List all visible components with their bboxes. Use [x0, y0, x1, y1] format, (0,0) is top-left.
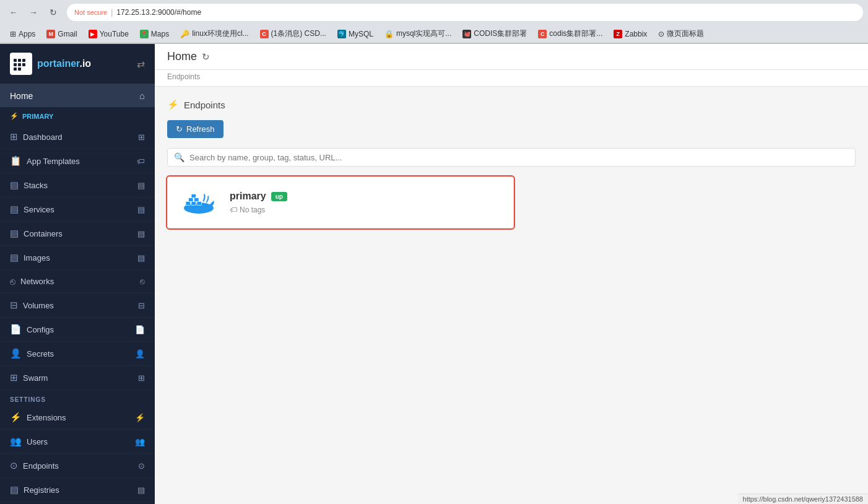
bookmark-label: codis集群部署...	[549, 28, 602, 39]
reload-button[interactable]: ↻	[45, 4, 62, 21]
app-container: portainer.io ⇄ Home ⌂ ⚡ PRIMARY ⊞ Dashbo…	[0, 44, 868, 504]
sidebar-item-volumes[interactable]: ⊟ Volumes ⊟	[0, 293, 155, 318]
secrets-right-icon: 👤	[135, 349, 145, 358]
address-bar[interactable]: Not secure | 172.25.13.2:9000/#/home	[67, 4, 863, 21]
nav-buttons: ← → ↻	[5, 4, 62, 21]
secrets-icon: 👤	[10, 348, 22, 359]
bookmark-zabbix[interactable]: Z Zabbix	[609, 28, 652, 40]
bookmark-label: Maps	[151, 30, 169, 38]
content-area: ⚡ Endpoints ↻ Refresh 🔍	[155, 87, 868, 504]
sidebar-logo: portainer.io ⇄	[0, 44, 155, 84]
sidebar-item-images[interactable]: ▤ Images ▤	[0, 246, 155, 270]
tag-icon: 🏷	[230, 206, 237, 214]
logo-text: portainer.io	[37, 58, 91, 69]
app-templates-right-icon: 🏷	[137, 157, 145, 166]
search-icon: 🔍	[174, 152, 184, 162]
sidebar-item-dashboard[interactable]: ⊞ Dashboard ⊞	[0, 125, 155, 149]
bookmarks-bar: ⊞ Apps M Gmail ▶ YouTube 📍 Maps 🔑 linux环…	[0, 25, 868, 43]
sidebar-item-secrets[interactable]: 👤 Secrets 👤	[0, 342, 155, 366]
svg-rect-4	[18, 63, 21, 66]
sidebar-item-app-templates[interactable]: 📋 App Templates 🏷	[0, 149, 155, 173]
transfer-icon[interactable]: ⇄	[137, 58, 145, 70]
sidebar-item-label: Dashboard	[23, 133, 63, 142]
bookmark-gmail[interactable]: M Gmail	[41, 28, 82, 40]
configs-icon: 📄	[10, 324, 22, 335]
sidebar-item-label: Registries	[24, 485, 59, 495]
extensions-icon: ⚡	[10, 412, 22, 423]
no-tags: 🏷 No tags	[230, 206, 287, 214]
up-badge: up	[271, 192, 287, 201]
bookmark-weipage[interactable]: ⊙ 微页面标题	[653, 27, 709, 40]
bookmark-youtube[interactable]: ▶ YouTube	[84, 28, 134, 40]
svg-rect-14	[191, 194, 196, 198]
security-warning: Not secure	[74, 9, 107, 16]
address-separator: |	[111, 8, 113, 17]
browser-chrome: ← → ↻ Not secure | 172.25.13.2:9000/#/ho…	[0, 0, 868, 44]
configs-right-icon: 📄	[135, 325, 145, 334]
registries-icon: ▤	[10, 484, 19, 495]
sidebar-item-swarm[interactable]: ⊞ Swarm ⊞	[0, 366, 155, 390]
bookmark-codis2[interactable]: C codis集群部署...	[533, 27, 607, 40]
endpoint-info: primary up 🏷 No tags	[230, 191, 287, 214]
main-header: Home ↻	[155, 44, 868, 70]
sidebar-item-stacks[interactable]: ▤ Stacks ▤	[0, 173, 155, 198]
containers-right-icon: ▤	[137, 229, 145, 238]
bookmark-label: CODIS集群部署	[474, 28, 527, 39]
no-tags-text: No tags	[240, 206, 265, 214]
bookmark-mysql2[interactable]: 🔒 mysql实现高可...	[380, 27, 456, 40]
svg-rect-9	[186, 202, 191, 206]
endpoints-section-icon: ⚡	[167, 99, 179, 110]
back-button[interactable]: ←	[5, 4, 22, 21]
bookmark-maps[interactable]: 📍 Maps	[135, 28, 174, 40]
bookmark-apps[interactable]: ⊞ Apps	[5, 28, 40, 40]
stacks-right-icon: ▤	[137, 181, 145, 190]
address-text: 172.25.13.2:9000/#/home	[116, 8, 201, 17]
main-content: Home ↻ Endpoints ⚡ Endpoints ↻ Refresh 🔍	[155, 44, 868, 504]
sidebar-item-extensions[interactable]: ⚡ Extensions ⚡	[0, 406, 155, 430]
sidebar-item-label: Services	[24, 205, 54, 214]
bookmark-label: 微页面标题	[667, 28, 704, 39]
docker-logo	[180, 187, 217, 218]
sidebar-item-configs[interactable]: 📄 Configs 📄	[0, 318, 155, 342]
sidebar-item-networks[interactable]: ⎋ Networks ⎋	[0, 270, 155, 293]
bookmark-label: MySQL	[349, 30, 373, 38]
primary-icon: ⚡	[10, 112, 19, 120]
images-icon: ▤	[10, 252, 19, 263]
sidebar-item-label: Networks	[20, 277, 54, 286]
services-right-icon: ▤	[137, 205, 145, 214]
swarm-icon: ⊞	[10, 372, 18, 383]
svg-rect-1	[18, 59, 21, 62]
images-right-icon: ▤	[137, 253, 145, 263]
bookmark-linux[interactable]: 🔑 linux环境使用cl...	[175, 27, 253, 40]
home-label: Home	[10, 91, 33, 101]
sidebar-item-endpoints[interactable]: ⊙ Endpoints ⊙	[0, 454, 155, 478]
forward-button[interactable]: →	[25, 4, 42, 21]
refresh-button[interactable]: ↻ Refresh	[167, 120, 224, 138]
endpoints-icon: ⊙	[10, 460, 18, 471]
stacks-icon: ▤	[10, 180, 19, 191]
sidebar-item-containers[interactable]: ▤ Containers ▤	[0, 222, 155, 246]
sidebar-item-services[interactable]: ▤ Services ▤	[0, 198, 155, 222]
page-title: Home	[167, 50, 197, 63]
bookmark-mysql[interactable]: 🐬 MySQL	[332, 28, 378, 40]
sidebar-item-registries[interactable]: ▤ Registries ▤	[0, 478, 155, 502]
svg-rect-2	[22, 59, 25, 62]
users-icon: 👥	[10, 436, 22, 447]
endpoint-card[interactable]: primary up 🏷 No tags	[167, 176, 514, 228]
search-input[interactable]	[189, 153, 849, 162]
logo-icon	[10, 53, 32, 75]
containers-icon: ▤	[10, 228, 19, 239]
svg-rect-12	[189, 198, 194, 202]
bookmark-csdn[interactable]: C (1条消息) CSD...	[255, 27, 331, 40]
sidebar-item-label: Configs	[27, 325, 54, 334]
sidebar-item-label: Swarm	[23, 373, 48, 383]
sidebar-item-label: Endpoints	[23, 461, 59, 471]
header-refresh-icon[interactable]: ↻	[202, 51, 210, 63]
section-title: ⚡ Endpoints	[167, 99, 856, 110]
sidebar-item-users[interactable]: 👥 Users 👥	[0, 430, 155, 454]
volumes-right-icon: ⊟	[138, 301, 145, 310]
bookmark-codis1[interactable]: 🐙 CODIS集群部署	[458, 27, 532, 40]
endpoints-right-icon: ⊙	[138, 461, 145, 471]
sidebar-item-home[interactable]: Home ⌂	[0, 84, 155, 107]
bookmark-label: YouTube	[100, 30, 129, 38]
